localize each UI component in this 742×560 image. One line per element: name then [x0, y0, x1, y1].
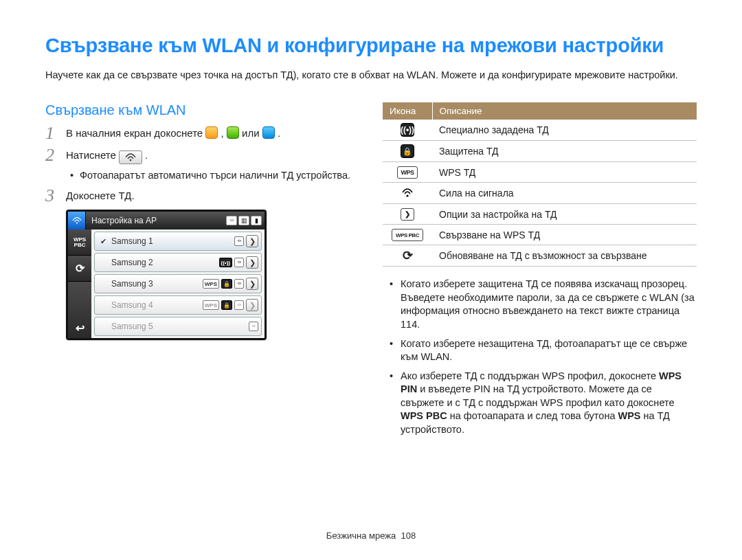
- ap-name: Samsung 3: [111, 279, 203, 289]
- icon-cell: WPS: [383, 162, 432, 183]
- desc-cell: Обновяване на ТД с възможност за свързва…: [432, 245, 697, 267]
- home-app-icon-3: [262, 126, 275, 139]
- page-title: Свързване към WLAN и конфигуриране на мр…: [45, 34, 697, 57]
- step-2: 2 Натиснете .: [45, 147, 359, 164]
- icon-cell: [383, 183, 432, 204]
- icon-table-row: ❯Опции за настройка на ТД: [383, 204, 697, 225]
- step-number: 3: [45, 188, 66, 203]
- step-1-text-a: В началния екран докоснете: [66, 127, 205, 139]
- ap-options-arrow[interactable]: ❯: [246, 278, 258, 290]
- step-2-text-a: Натиснете: [66, 149, 119, 161]
- ap-list-row[interactable]: Samsung 5⌔: [94, 317, 262, 336]
- svg-point-0: [130, 159, 132, 161]
- home-app-icon-1: [205, 126, 218, 139]
- th-desc: Описание: [432, 102, 697, 120]
- wifi-button-icon: [119, 150, 142, 164]
- adhoc-ap-icon: ((•)): [219, 258, 232, 267]
- icon-legend-table: Икона Описание ((•))Специално зададена Т…: [383, 102, 697, 267]
- ap-list: ✔Samsung 1⌔❯Samsung 2((•))⌔❯Samsung 3WPS…: [91, 229, 265, 338]
- step-1-text-d: .: [278, 127, 280, 139]
- wifi-signal-icon: ⌔: [234, 279, 244, 289]
- icon-table-row: Сила на сигнала: [383, 183, 697, 204]
- icon-cell: 🔒: [383, 141, 432, 162]
- svg-point-1: [76, 223, 77, 224]
- icon-cell: ((•)): [383, 120, 432, 141]
- status-wifi-icon: ⌔: [226, 216, 237, 225]
- icon-cell: WPS PBC: [383, 224, 432, 245]
- arrow-right-icon: ❯: [401, 208, 414, 221]
- ap-options-arrow[interactable]: ❯: [246, 235, 258, 247]
- lock-icon: 🔒: [221, 279, 232, 289]
- icon-table-row: ((•))Специално зададена ТД: [383, 120, 697, 141]
- wps-badge-icon: WPS: [397, 166, 418, 179]
- desc-cell: WPS ТД: [432, 162, 697, 183]
- desc-cell: Свързване на WPS ТД: [432, 224, 697, 245]
- step-3-text: Докоснете ТД.: [66, 188, 359, 204]
- wifi-signal-icon: ⌔: [234, 236, 244, 246]
- side-wps-pbc-button[interactable]: WPS PBC: [68, 229, 91, 256]
- status-icons: ⌔ ▥ ▮: [226, 216, 265, 225]
- ap-name: Samsung 5: [111, 322, 249, 331]
- wps-pbc-badge-icon: WPS PBC: [392, 229, 423, 241]
- step-2-text-b: .: [145, 149, 148, 161]
- icon-cell: ❯: [383, 204, 432, 225]
- footer-section: Безжична мрежа: [326, 530, 396, 541]
- note-3: Ако изберете ТД с поддържан WPS профил, …: [401, 370, 697, 437]
- desc-cell: Опции за настройка на ТД: [432, 204, 697, 225]
- side-back-button[interactable]: ↩: [68, 282, 91, 338]
- ap-list-row[interactable]: ✔Samsung 1⌔❯: [94, 232, 262, 251]
- th-icon: Икона: [383, 102, 432, 120]
- note-2: Когато изберете незащитена ТД, фотоапара…: [401, 337, 697, 364]
- step-1-text-c: или: [242, 127, 262, 139]
- ap-name: Samsung 2: [111, 258, 219, 267]
- intro-text: Научете как да се свързвате чрез точка н…: [45, 68, 697, 82]
- ap-options-arrow[interactable]: ❯: [246, 256, 258, 269]
- ap-options-arrow[interactable]: ❯: [246, 299, 258, 311]
- wifi-signal-icon: ⌔: [234, 258, 244, 267]
- step-2-sub-bullet: Фотоапаратът автоматично търси налични Т…: [70, 170, 359, 181]
- icon-table-row: ⟳Обновяване на ТД с възможност за свързв…: [383, 245, 697, 267]
- ap-name: Samsung 4: [111, 300, 203, 310]
- lock-icon: 🔒: [221, 300, 232, 310]
- wps-badge-icon: WPS: [203, 300, 219, 310]
- step-3: 3 Докоснете ТД.: [45, 188, 359, 204]
- ap-list-row[interactable]: Samsung 3WPS🔒⌔❯: [94, 274, 262, 293]
- icon-table-row: WPS PBCСвързване на WPS ТД: [383, 224, 697, 245]
- desc-cell: Специално зададена ТД: [432, 120, 697, 141]
- wifi-signal-icon: [401, 186, 414, 200]
- page-footer: Безжична мрежа 108: [0, 530, 742, 541]
- step-number: 1: [45, 126, 66, 141]
- ap-name: Samsung 1: [111, 236, 234, 246]
- lock-icon: 🔒: [401, 144, 414, 158]
- wifi-signal-icon: ⌔: [249, 322, 258, 331]
- ap-list-row[interactable]: Samsung 4WPS🔒⌔❯: [94, 295, 262, 315]
- section-subhead: Свързване към WLAN: [45, 102, 359, 118]
- side-refresh-button[interactable]: ⟳: [68, 256, 91, 282]
- status-battery-icon: ▮: [251, 216, 262, 225]
- adhoc-ap-icon: ((•)): [401, 123, 414, 137]
- status-card-icon: ▥: [238, 216, 249, 225]
- svg-point-2: [406, 195, 408, 197]
- check-icon: ✔: [100, 237, 111, 246]
- refresh-icon: ⟳: [401, 249, 414, 262]
- step-1-text-b: ,: [221, 127, 227, 139]
- ap-setup-screenshot: Настройка на AP ⌔ ▥ ▮ WPS PBC ⟳ ↩ ✔Samsu…: [66, 210, 267, 340]
- wifi-header-icon: [68, 212, 86, 229]
- desc-cell: Защитена ТД: [432, 141, 697, 162]
- icon-table-row: WPSWPS ТД: [383, 162, 697, 183]
- footer-page: 108: [401, 530, 416, 541]
- icon-table-row: 🔒Защитена ТД: [383, 141, 697, 162]
- mock-title: Настройка на AP: [86, 216, 226, 225]
- desc-cell: Сила на сигнала: [432, 183, 697, 204]
- step-1: 1 В началния екран докоснете , или .: [45, 125, 359, 142]
- note-1: Когато изберете защитена ТД се появява и…: [401, 278, 697, 331]
- ap-list-row[interactable]: Samsung 2((•))⌔❯: [94, 253, 262, 272]
- wps-badge-icon: WPS: [203, 279, 219, 289]
- wifi-signal-icon: ⌔: [234, 300, 244, 310]
- home-app-icon-2: [227, 126, 239, 139]
- step-number: 2: [45, 148, 66, 163]
- icon-cell: ⟳: [383, 245, 432, 267]
